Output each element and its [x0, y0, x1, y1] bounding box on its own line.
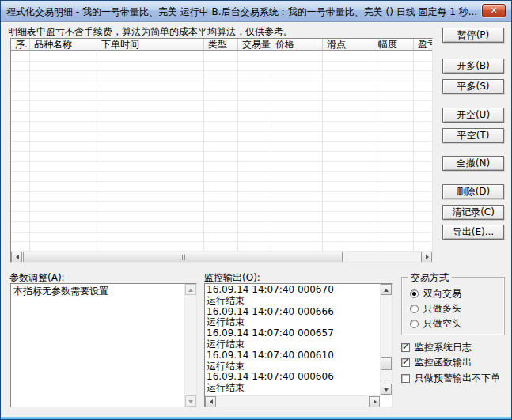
export-button[interactable]: 导出(E)...: [442, 225, 504, 240]
scroll-right-button[interactable]: [421, 252, 432, 263]
close-long-button[interactable]: 平多(S): [442, 79, 504, 94]
checkbox-label: 只做预警输出不下单: [415, 372, 500, 385]
dialog-content: 明细表中盈亏不含手续费，算法为简单的成本平均算法，仅供参考。 序.品种名称下单时…: [3, 22, 509, 417]
arrow-down-icon: [188, 400, 193, 406]
log-line[interactable]: 运行结束: [207, 317, 379, 328]
log-line[interactable]: 16.09.14 14:07:40 000670: [207, 285, 379, 296]
checkbox-icon: [401, 358, 410, 367]
log-line[interactable]: 运行结束: [207, 339, 379, 350]
column-separator: [237, 51, 238, 251]
log-line[interactable]: 运行结束: [207, 296, 379, 307]
table-header: 序.品种名称下单时间类型交易量价格滑点幅度盈亏: [11, 39, 432, 51]
radio-label: 只做多头: [423, 302, 461, 316]
log-line[interactable]: 16.09.14 14:07:40 000657: [207, 328, 379, 339]
column-header[interactable]: 交易量: [238, 39, 271, 50]
scroll-left-button[interactable]: [11, 252, 22, 263]
monitor-list[interactable]: 16.09.14 14:07:40 000670运行结束16.09.14 14:…: [207, 285, 379, 395]
delete-button[interactable]: 删除(D): [442, 184, 504, 199]
column-separator: [271, 51, 271, 251]
grip-icon: [180, 255, 187, 260]
checkbox-monitor-system-log[interactable]: 监控系统日志: [401, 342, 472, 353]
radio-label: 双向交易: [423, 287, 461, 301]
trade-mode-group: 交易方式 双向交易 只做多头 只做空头: [401, 277, 505, 335]
column-separator: [413, 51, 414, 251]
clear-log-button[interactable]: 清记录(C): [442, 205, 504, 220]
column-separator: [29, 51, 30, 251]
column-header[interactable]: 下单时间: [97, 39, 204, 50]
close-short-button[interactable]: 平空(T): [442, 128, 504, 143]
column-header[interactable]: 类型: [204, 39, 238, 50]
table-body[interactable]: [11, 51, 432, 251]
close-icon: ✕: [483, 5, 505, 17]
column-separator: [97, 51, 97, 251]
trade-detail-window: 程式化交易明细 - 我的一号带量比、完美 运行中 B.后台交易系统：我的一号带量…: [0, 0, 512, 420]
scroll-up-button[interactable]: [185, 284, 196, 295]
open-long-button[interactable]: 开多(B): [442, 59, 504, 74]
column-header[interactable]: 盈亏: [414, 39, 433, 50]
trade-table: 序.品种名称下单时间类型交易量价格滑点幅度盈亏: [10, 38, 433, 263]
radio-label: 只做空头: [423, 317, 461, 331]
window-border-right: [509, 22, 511, 417]
cancel-all-button[interactable]: 全撤(N): [442, 156, 504, 171]
checkbox-label: 监控函数输出: [415, 356, 472, 369]
monitor-box[interactable]: 16.09.14 14:07:40 000670运行结束16.09.14 14:…: [204, 283, 393, 407]
radio-icon: [410, 289, 419, 298]
trade-mode-label: 交易方式: [408, 271, 452, 285]
column-separator: [374, 51, 374, 251]
arrow-up-icon: [188, 286, 193, 292]
arrow-right-icon: [426, 255, 431, 259]
column-separator: [203, 51, 204, 251]
column-header[interactable]: 价格: [271, 39, 323, 50]
radio-bidirectional[interactable]: 双向交易: [410, 288, 461, 299]
monitor-vscrollbar[interactable]: [380, 284, 392, 395]
params-vscrollbar[interactable]: [184, 284, 196, 407]
hscrollbar-thumb[interactable]: [23, 252, 343, 263]
column-header[interactable]: 品种名称: [30, 39, 97, 50]
window-title: 程式化交易明细 - 我的一号带量比、完美 运行中 B.后台交易系统：我的一号带量…: [6, 6, 477, 19]
scroll-down-button[interactable]: [185, 395, 196, 407]
log-line[interactable]: 16.09.14 14:07:40 000610: [207, 350, 379, 361]
params-box[interactable]: 本指标无参数需要设置: [10, 283, 197, 407]
column-header[interactable]: 序.: [11, 39, 30, 50]
radio-long-only[interactable]: 只做多头: [410, 303, 461, 314]
checkbox-alert-only-no-order[interactable]: 只做预警输出不下单: [401, 373, 500, 384]
scroll-down-button[interactable]: [381, 384, 392, 395]
log-line[interactable]: 运行结束: [207, 361, 379, 373]
checkbox-icon: [401, 343, 410, 352]
close-button[interactable]: ✕: [482, 4, 506, 17]
column-header[interactable]: 滑点: [323, 39, 374, 50]
log-line[interactable]: 运行结束: [207, 383, 379, 394]
open-short-button[interactable]: 开空(U): [442, 108, 504, 123]
checkbox-monitor-function-output[interactable]: 监控函数输出: [401, 357, 472, 368]
monitor-hscrollbar[interactable]: [205, 395, 380, 407]
pause-button[interactable]: 暂停(P): [442, 28, 504, 43]
radio-icon: [410, 320, 419, 328]
column-header[interactable]: 幅度: [374, 39, 414, 50]
vscrollbar-thumb[interactable]: [381, 357, 392, 370]
table-hscrollbar[interactable]: [11, 251, 432, 262]
log-line[interactable]: 16.09.14 14:07:40 000606: [207, 372, 379, 383]
scroll-up-button[interactable]: [381, 284, 392, 295]
arrow-left-icon: [13, 255, 19, 259]
arrow-up-icon: [384, 286, 389, 292]
titlebar[interactable]: 程式化交易明细 - 我的一号带量比、完美 运行中 B.后台交易系统：我的一号带量…: [1, 1, 511, 22]
scroll-right-button[interactable]: [369, 396, 380, 407]
radio-short-only[interactable]: 只做空头: [410, 318, 461, 329]
log-line[interactable]: 16.09.14 14:07:40 000666: [207, 307, 379, 318]
window-border-bottom: [1, 417, 511, 419]
params-text: 本指标无参数需要设置: [13, 285, 108, 298]
arrow-right-icon: [374, 399, 379, 404]
disclaimer-text: 明细表中盈亏不含手续费，算法为简单的成本平均算法，仅供参考。: [8, 25, 293, 39]
column-separator: [322, 51, 323, 251]
checkbox-label: 监控系统日志: [415, 341, 472, 354]
arrow-down-icon: [384, 388, 389, 394]
arrow-left-icon: [207, 399, 213, 404]
scroll-left-button[interactable]: [205, 396, 216, 407]
radio-icon: [410, 305, 419, 313]
checkbox-icon: [401, 374, 410, 383]
